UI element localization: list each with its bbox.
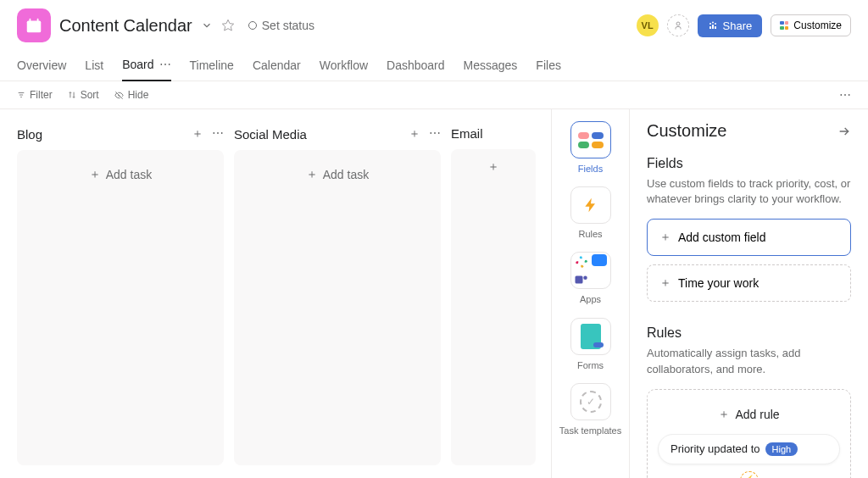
share-label: Share bbox=[723, 19, 753, 32]
plus-icon: ＋ bbox=[306, 167, 318, 182]
svg-rect-0 bbox=[27, 21, 42, 33]
add-task-label: Add task bbox=[106, 168, 152, 181]
svg-rect-14 bbox=[576, 275, 583, 283]
customize-panel: Customize Fields Use custom fields to tr… bbox=[629, 109, 868, 478]
customize-button[interactable]: Customize bbox=[771, 14, 851, 36]
column-email: Email ＋ bbox=[451, 123, 536, 465]
tab-timeline[interactable]: Timeline bbox=[190, 51, 234, 81]
tab-list[interactable]: List bbox=[85, 51, 103, 81]
project-tabs: Overview List Board ⋯ Timeline Calendar … bbox=[0, 51, 868, 81]
title-dropdown-icon[interactable] bbox=[201, 19, 213, 31]
strip-label: Rules bbox=[578, 229, 602, 240]
tab-board[interactable]: Board ⋯ bbox=[122, 51, 170, 81]
plus-icon: ＋ bbox=[659, 230, 671, 245]
board-area: Blog ＋ ⋯ ＋ Add task Social Media ＋ ⋯ bbox=[0, 109, 551, 478]
add-task-button[interactable]: ＋ Add task bbox=[244, 160, 431, 189]
strip-label: Forms bbox=[577, 360, 604, 371]
svg-rect-7 bbox=[715, 26, 716, 29]
rules-section-desc: Automatically assign tasks, add collabor… bbox=[647, 346, 851, 376]
time-your-work-button[interactable]: ＋ Time your work bbox=[647, 264, 851, 302]
rule-example-chip[interactable]: Priority updated to High bbox=[658, 434, 840, 464]
add-custom-field-button[interactable]: ＋ Add custom field bbox=[647, 219, 851, 256]
set-status-button[interactable]: Set status bbox=[248, 19, 314, 32]
tab-board-more-icon[interactable]: ⋯ bbox=[159, 58, 171, 71]
svg-marker-3 bbox=[222, 19, 233, 31]
strip-label: Apps bbox=[580, 294, 601, 305]
column-add-icon[interactable]: ＋ bbox=[487, 159, 499, 175]
toolbar-more-icon[interactable]: ⋯ bbox=[839, 88, 851, 102]
sort-button[interactable]: Sort bbox=[68, 89, 99, 101]
strip-label: Task templates bbox=[559, 425, 621, 436]
column-more-icon[interactable]: ⋯ bbox=[212, 126, 224, 142]
column-add-icon[interactable]: ＋ bbox=[409, 126, 420, 142]
set-status-label: Set status bbox=[262, 19, 314, 32]
fields-section-desc: Use custom fields to track priority, cos… bbox=[647, 176, 851, 207]
strip-forms[interactable]: Forms bbox=[570, 318, 611, 371]
add-rule-card: ＋ Add rule Priority updated to High ⚡ bbox=[647, 389, 851, 478]
svg-rect-2 bbox=[37, 19, 39, 23]
column-more-icon[interactable]: ⋯ bbox=[429, 126, 441, 142]
strip-label: Fields bbox=[578, 164, 603, 175]
column-title[interactable]: Email bbox=[451, 126, 483, 141]
project-title: Content Calendar bbox=[59, 16, 192, 36]
rule-spark-icon: ⚡ bbox=[658, 471, 840, 478]
svg-point-9 bbox=[712, 22, 714, 24]
project-icon[interactable] bbox=[17, 8, 51, 42]
customize-strip: Fields Rules Apps Forms Task templates bbox=[551, 109, 629, 478]
tab-messages[interactable]: Messages bbox=[464, 51, 518, 81]
hide-button[interactable]: Hide bbox=[114, 89, 149, 101]
strip-task-templates[interactable]: Task templates bbox=[559, 383, 621, 436]
rule-chip-text: Priority updated to bbox=[670, 442, 760, 455]
strip-fields[interactable]: Fields bbox=[570, 121, 611, 175]
column-blog: Blog ＋ ⋯ ＋ Add task bbox=[17, 123, 224, 465]
panel-title: Customize bbox=[647, 121, 726, 141]
svg-rect-6 bbox=[712, 25, 714, 29]
strip-rules[interactable]: Rules bbox=[570, 186, 611, 240]
plus-icon: ＋ bbox=[659, 275, 671, 291]
svg-point-15 bbox=[583, 275, 587, 280]
tab-workflow[interactable]: Workflow bbox=[320, 51, 368, 81]
svg-point-10 bbox=[715, 23, 716, 25]
column-title[interactable]: Blog bbox=[17, 127, 42, 142]
user-avatar[interactable]: VL bbox=[637, 14, 659, 36]
add-rule-label: Add rule bbox=[735, 408, 779, 421]
tab-board-label: Board bbox=[122, 58, 153, 71]
add-member-button[interactable] bbox=[667, 14, 689, 36]
status-dot-icon bbox=[248, 21, 257, 30]
fields-pills-icon bbox=[578, 132, 604, 148]
svg-point-4 bbox=[676, 22, 680, 25]
svg-rect-1 bbox=[30, 19, 31, 23]
sort-label: Sort bbox=[81, 89, 99, 101]
filter-label: Filter bbox=[30, 89, 53, 101]
filter-button[interactable]: Filter bbox=[17, 89, 53, 101]
svg-point-8 bbox=[709, 23, 711, 25]
bolt-icon bbox=[582, 194, 599, 216]
column-title[interactable]: Social Media bbox=[234, 127, 307, 142]
plus-icon: ＋ bbox=[718, 407, 730, 422]
fields-section-title: Fields bbox=[647, 156, 851, 171]
add-task-button[interactable]: ＋ Add task bbox=[27, 160, 214, 189]
tab-calendar[interactable]: Calendar bbox=[253, 51, 301, 81]
form-icon bbox=[581, 324, 601, 349]
customize-label: Customize bbox=[793, 19, 842, 31]
plus-icon: ＋ bbox=[89, 167, 101, 182]
add-field-label: Add custom field bbox=[678, 231, 766, 244]
tab-dashboard[interactable]: Dashboard bbox=[387, 51, 445, 81]
tab-files[interactable]: Files bbox=[536, 51, 561, 81]
svg-rect-5 bbox=[709, 26, 711, 29]
add-rule-button[interactable]: ＋ Add rule bbox=[658, 402, 840, 434]
rules-section-title: Rules bbox=[647, 325, 851, 341]
customize-grid-icon bbox=[780, 21, 788, 30]
strip-apps[interactable]: Apps bbox=[570, 252, 611, 305]
column-add-icon[interactable]: ＋ bbox=[192, 126, 203, 142]
apps-cluster-icon bbox=[574, 254, 607, 287]
add-task-label: Add task bbox=[323, 168, 369, 181]
time-work-label: Time your work bbox=[678, 276, 759, 290]
hide-label: Hide bbox=[128, 89, 149, 101]
panel-collapse-icon[interactable] bbox=[837, 125, 851, 138]
tab-overview[interactable]: Overview bbox=[17, 51, 66, 81]
priority-badge: High bbox=[765, 442, 798, 456]
star-icon[interactable] bbox=[221, 19, 235, 32]
share-button[interactable]: Share bbox=[698, 14, 763, 37]
template-icon bbox=[580, 391, 602, 413]
